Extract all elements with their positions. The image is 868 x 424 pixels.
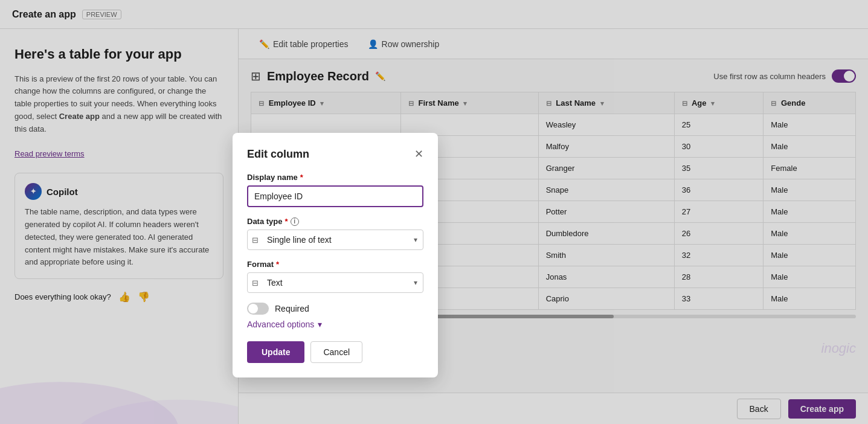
data-type-select[interactable]: Single line of text (247, 230, 423, 250)
edit-column-modal: Edit column ✕ Display name * Data type *… (233, 133, 438, 377)
data-type-required-star: * (285, 217, 288, 226)
display-name-label-text: Display name (247, 173, 298, 182)
data-type-select-wrap: ⊟ Single line of text ▾ (247, 230, 423, 250)
data-type-label-text: Data type (247, 217, 283, 226)
format-required-star: * (276, 260, 279, 269)
data-type-label: Data type * i (247, 217, 423, 226)
data-type-info-icon[interactable]: i (291, 217, 299, 226)
modal-title: Edit column (247, 148, 309, 161)
format-label-text: Format (247, 260, 274, 269)
modal-overlay: Edit column ✕ Display name * Data type *… (0, 0, 868, 424)
format-select[interactable]: Text (247, 272, 423, 293)
required-toggle[interactable] (247, 303, 269, 315)
advanced-options-label: Advanced options (247, 320, 314, 329)
modal-actions: Update Cancel (247, 341, 423, 363)
display-name-input[interactable] (247, 185, 423, 207)
data-type-group: Data type * i ⊟ Single line of text ▾ (247, 217, 423, 250)
format-select-wrap: ⊟ Text ▾ (247, 272, 423, 293)
required-toggle-row: Required (247, 303, 423, 315)
advanced-options[interactable]: Advanced options ▾ (247, 320, 423, 329)
cancel-button[interactable]: Cancel (310, 341, 362, 363)
format-group: Format * ⊟ Text ▾ (247, 260, 423, 293)
modal-header: Edit column ✕ (247, 147, 423, 161)
required-star: * (300, 173, 303, 182)
required-toggle-knob (248, 304, 258, 313)
required-label: Required (275, 304, 309, 313)
format-label: Format * (247, 260, 423, 269)
update-button[interactable]: Update (247, 341, 304, 363)
format-select-icon: ⊟ (252, 278, 259, 287)
data-type-select-icon: ⊟ (252, 236, 259, 245)
display-name-group: Display name * (247, 173, 423, 207)
display-name-label: Display name * (247, 173, 423, 182)
advanced-options-chevron-icon: ▾ (318, 320, 322, 329)
modal-close-button[interactable]: ✕ (414, 147, 423, 161)
